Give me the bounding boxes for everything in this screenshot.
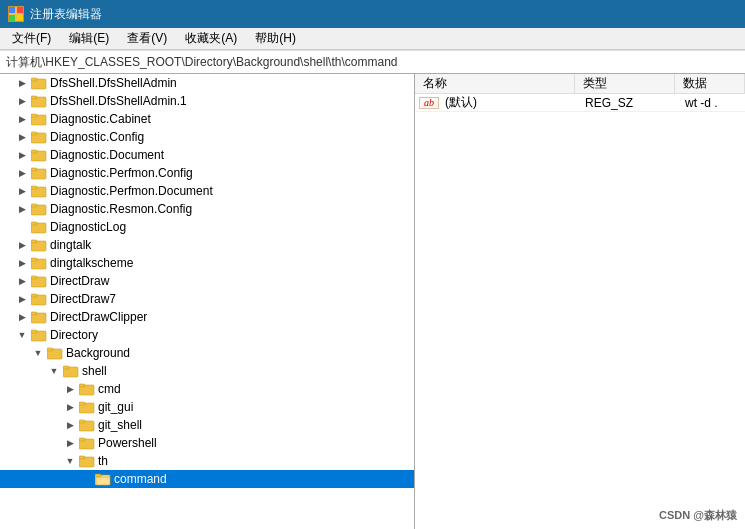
svg-rect-11 xyxy=(31,132,37,135)
tree-label-directory: Directory xyxy=(50,328,98,342)
tree-label-git_shell: git_shell xyxy=(98,418,142,432)
svg-rect-25 xyxy=(31,258,37,261)
tree-item-directory[interactable]: ▼ Directory xyxy=(0,326,414,344)
expand-btn-dingtalk[interactable]: ▶ xyxy=(16,239,28,251)
tree-item-dingtalk[interactable]: ▶ dingtalk xyxy=(0,236,414,254)
col-header-data: 数据 xyxy=(675,74,745,93)
tree-label-diagnostic_resmon_config: Diagnostic.Resmon.Config xyxy=(50,202,192,216)
tree-item-dfsshell1[interactable]: ▶ DfsShell.DfsShellAdmin.1 xyxy=(0,92,414,110)
expand-btn-diagnostic_config[interactable]: ▶ xyxy=(16,131,28,143)
svg-rect-0 xyxy=(9,7,15,13)
tree-label-diagnostic_cabinet: Diagnostic.Cabinet xyxy=(50,112,151,126)
app-icon xyxy=(8,6,24,22)
menu-bar: 文件(F)编辑(E)查看(V)收藏夹(A)帮助(H) xyxy=(0,28,745,50)
menu-item-view[interactable]: 查看(V) xyxy=(119,28,175,49)
tree-label-diagnostic_perfmon_config: Diagnostic.Perfmon.Config xyxy=(50,166,193,180)
svg-rect-21 xyxy=(31,222,37,225)
folder-icon-directory xyxy=(31,328,47,342)
expand-btn-git_gui[interactable]: ▶ xyxy=(64,401,76,413)
tree-item-diagnostic_perfmon_doc[interactable]: ▶ Diagnostic.Perfmon.Document xyxy=(0,182,414,200)
menu-item-edit[interactable]: 编辑(E) xyxy=(61,28,117,49)
expand-btn-background[interactable]: ▼ xyxy=(32,347,44,359)
tree-panel[interactable]: ▶ DfsShell.DfsShellAdmin▶ DfsShell.DfsSh… xyxy=(0,74,415,529)
tree-item-command[interactable]: command xyxy=(0,470,414,488)
expand-btn-diagnostic_resmon_config[interactable]: ▶ xyxy=(16,203,28,215)
expand-btn-cmd[interactable]: ▶ xyxy=(64,383,76,395)
expand-btn-diagnostic_perfmon_config[interactable]: ▶ xyxy=(16,167,28,179)
tree-label-dingtalk: dingtalk xyxy=(50,238,91,252)
reg-value-data: wt -d . xyxy=(679,96,745,110)
tree-label-directdraw: DirectDraw xyxy=(50,274,109,288)
svg-rect-9 xyxy=(31,114,37,117)
tree-item-shell[interactable]: ▼ shell xyxy=(0,362,414,380)
folder-icon-diagnosticlog xyxy=(31,220,47,234)
tree-item-diagnostic_perfmon_config[interactable]: ▶ Diagnostic.Perfmon.Config xyxy=(0,164,414,182)
tree-item-diagnosticlog[interactable]: DiagnosticLog xyxy=(0,218,414,236)
tree-label-diagnostic_config: Diagnostic.Config xyxy=(50,130,144,144)
tree-item-dfsshell[interactable]: ▶ DfsShell.DfsShellAdmin xyxy=(0,74,414,92)
tree-item-directdraw7[interactable]: ▶ DirectDraw7 xyxy=(0,290,414,308)
tree-label-directdraw7: DirectDraw7 xyxy=(50,292,116,306)
folder-icon-background xyxy=(47,346,63,360)
tree-item-directdrawclipper[interactable]: ▶ DirectDrawClipper xyxy=(0,308,414,326)
tree-item-diagnostic_config[interactable]: ▶ Diagnostic.Config xyxy=(0,128,414,146)
expand-btn-git_shell[interactable]: ▶ xyxy=(64,419,76,431)
tree-item-diagnostic_resmon_config[interactable]: ▶ Diagnostic.Resmon.Config xyxy=(0,200,414,218)
reg-row-default[interactable]: ab(默认)REG_SZwt -d . xyxy=(415,94,745,112)
svg-rect-37 xyxy=(63,366,69,369)
folder-icon-shell xyxy=(63,364,79,378)
tree-item-th[interactable]: ▼ th xyxy=(0,452,414,470)
expand-btn-th[interactable]: ▼ xyxy=(64,455,76,467)
expand-btn-diagnostic_cabinet[interactable]: ▶ xyxy=(16,113,28,125)
svg-rect-41 xyxy=(79,402,85,405)
expand-btn-dfsshell[interactable]: ▶ xyxy=(16,77,28,89)
expand-btn-directdraw[interactable]: ▶ xyxy=(16,275,28,287)
title-bar: 注册表编辑器 xyxy=(0,0,745,28)
address-bar: 计算机\HKEY_CLASSES_ROOT\Directory\Backgrou… xyxy=(0,50,745,74)
tree-item-diagnostic_cabinet[interactable]: ▶ Diagnostic.Cabinet xyxy=(0,110,414,128)
svg-rect-5 xyxy=(31,78,37,81)
svg-rect-3 xyxy=(17,15,23,21)
tree-item-dingtalkscheme[interactable]: ▶ dingtalkscheme xyxy=(0,254,414,272)
expand-btn-powershell[interactable]: ▶ xyxy=(64,437,76,449)
expand-btn-diagnostic_perfmon_doc[interactable]: ▶ xyxy=(16,185,28,197)
expand-btn-dingtalkscheme[interactable]: ▶ xyxy=(16,257,28,269)
menu-item-favorites[interactable]: 收藏夹(A) xyxy=(177,28,245,49)
tree-label-command: command xyxy=(114,472,167,486)
tree-label-background: Background xyxy=(66,346,130,360)
folder-icon-dfsshell1 xyxy=(31,94,47,108)
tree-item-cmd[interactable]: ▶ cmd xyxy=(0,380,414,398)
reg-value-icon: ab xyxy=(419,97,439,109)
folder-icon-dingtalk xyxy=(31,238,47,252)
expand-btn-directdrawclipper[interactable]: ▶ xyxy=(16,311,28,323)
right-panel: 名称类型数据 ab(默认)REG_SZwt -d . xyxy=(415,74,745,529)
tree-item-directdraw[interactable]: ▶ DirectDraw xyxy=(0,272,414,290)
folder-icon-diagnostic_cabinet xyxy=(31,112,47,126)
menu-item-help[interactable]: 帮助(H) xyxy=(247,28,304,49)
menu-item-file[interactable]: 文件(F) xyxy=(4,28,59,49)
folder-icon-th xyxy=(79,454,95,468)
tree-item-powershell[interactable]: ▶ Powershell xyxy=(0,434,414,452)
tree-label-th: th xyxy=(98,454,108,468)
tree-label-diagnostic_document: Diagnostic.Document xyxy=(50,148,164,162)
col-header-type: 类型 xyxy=(575,74,675,93)
tree-item-background[interactable]: ▼ Background xyxy=(0,344,414,362)
reg-value-name: (默认) xyxy=(439,94,579,111)
folder-icon-diagnostic_perfmon_doc xyxy=(31,184,47,198)
expand-btn-diagnostic_document[interactable]: ▶ xyxy=(16,149,28,161)
tree-item-git_gui[interactable]: ▶ git_gui xyxy=(0,398,414,416)
tree-item-git_shell[interactable]: ▶ git_shell xyxy=(0,416,414,434)
folder-icon-directdrawclipper xyxy=(31,310,47,324)
expand-btn-dfsshell1[interactable]: ▶ xyxy=(16,95,28,107)
folder-icon-diagnostic_perfmon_config xyxy=(31,166,47,180)
svg-rect-33 xyxy=(31,330,37,333)
registry-values[interactable]: ab(默认)REG_SZwt -d . xyxy=(415,94,745,529)
svg-rect-45 xyxy=(79,438,85,441)
tree-label-diagnosticlog: DiagnosticLog xyxy=(50,220,126,234)
tree-item-diagnostic_document[interactable]: ▶ Diagnostic.Document xyxy=(0,146,414,164)
expand-btn-directdraw7[interactable]: ▶ xyxy=(16,293,28,305)
tree-label-git_gui: git_gui xyxy=(98,400,133,414)
expand-btn-shell[interactable]: ▼ xyxy=(48,365,60,377)
svg-rect-7 xyxy=(31,96,37,99)
expand-btn-directory[interactable]: ▼ xyxy=(16,329,28,341)
